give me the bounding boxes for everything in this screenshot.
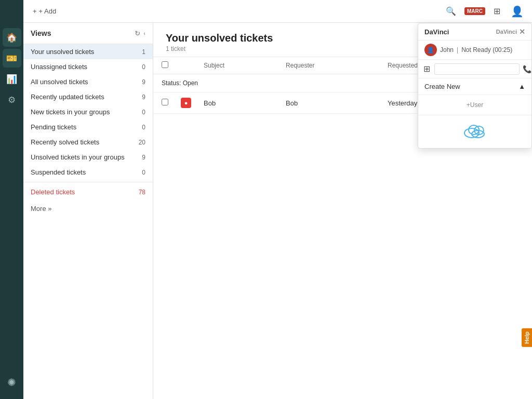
avatar: 👤	[424, 44, 437, 56]
row-checkbox[interactable]	[162, 99, 168, 105]
sidebar-divider	[23, 182, 153, 182]
requester-column-header: Requester	[280, 57, 381, 74]
sidebar-item-recently-solved[interactable]: Recently solved tickets 20	[23, 135, 153, 150]
popup-status-label: Not Ready (00:25)	[461, 46, 512, 54]
sidebar-item-label: Recently updated tickets	[31, 93, 104, 101]
davinci-badge: MARC	[464, 7, 485, 15]
create-new-button[interactable]: Create New ▲	[418, 78, 531, 95]
sidebar-item-deleted[interactable]: Deleted tickets 78	[23, 184, 153, 200]
popup-user-area[interactable]: +User	[418, 95, 531, 115]
sidebar-item-pending[interactable]: Pending tickets 0	[23, 119, 153, 135]
sidebar-item-count: 0	[142, 63, 145, 71]
ticket-status-icon: ●	[181, 98, 191, 108]
sidebar-item-label: Unassigned tickets	[31, 63, 87, 71]
cloud-icon	[462, 122, 487, 142]
sidebar-item-label: Deleted tickets	[31, 188, 75, 196]
sidebar-item-count: 9	[142, 154, 145, 161]
sidebar-item-recently-updated[interactable]: Recently updated tickets 9	[23, 89, 153, 104]
sidebar-item-suspended[interactable]: Suspended tickets 0	[23, 165, 153, 180]
refresh-icon[interactable]: ↻	[135, 30, 140, 37]
search-icon[interactable]: 🔍	[444, 4, 458, 18]
user-label: +User	[467, 101, 483, 109]
sidebar-item-label: Your unsolved tickets	[31, 48, 94, 56]
topbar-right: 🔍 MARC ⊞ 👤	[444, 3, 526, 20]
create-new-label: Create New	[424, 83, 460, 90]
row-status-cell: ●	[175, 92, 197, 114]
sidebar-item-label: Pending tickets	[31, 123, 76, 131]
sidebar-header: Views ↻ ‹	[23, 23, 153, 44]
popup-title: DaVinci	[424, 28, 449, 36]
user-profile-icon[interactable]: 👤	[509, 3, 526, 20]
row-subject-cell: Bob	[197, 92, 280, 114]
select-all-header	[153, 57, 175, 74]
row-requester-cell: Bob	[280, 92, 381, 114]
sidebar-item-all-unsolved[interactable]: All unsolved tickets 9	[23, 74, 153, 89]
sidebar-item-label: Suspended tickets	[31, 168, 86, 176]
add-label: + Add	[39, 7, 57, 15]
select-all-checkbox[interactable]	[162, 61, 168, 68]
popup-separator: |	[457, 46, 458, 54]
more-link[interactable]: More »	[23, 200, 153, 218]
sidebar-item-count: 9	[142, 94, 145, 101]
popup-header: DaVinci DaVinci ✕	[418, 23, 531, 41]
plus-icon: +	[33, 7, 37, 15]
help-button[interactable]: Help	[522, 328, 532, 347]
sidebar-title: Views	[31, 29, 51, 37]
davinci-popup: DaVinci DaVinci ✕ 👤 John | Not Ready (00…	[418, 23, 532, 149]
grid-icon[interactable]: ⊞	[422, 63, 431, 75]
sidebar-item-count: 0	[142, 169, 145, 176]
nav-tickets[interactable]: 🎫	[3, 49, 21, 68]
subject-column-header: Subject	[197, 57, 280, 74]
popup-username: John	[440, 46, 454, 54]
nav-reporting[interactable]: 📊	[3, 70, 21, 88]
sidebar-item-count: 0	[142, 124, 145, 131]
sidebar-header-actions: ↻ ‹	[135, 30, 145, 37]
apps-icon[interactable]: ⊞	[491, 4, 502, 18]
popup-footer	[418, 115, 531, 148]
davinci-button[interactable]: MARC	[464, 7, 485, 15]
status-icon-header	[175, 57, 197, 74]
nav-settings[interactable]: ⚙	[3, 90, 21, 109]
collapse-icon[interactable]: ‹	[143, 30, 145, 36]
nav-home[interactable]: 🏠	[3, 28, 21, 47]
popup-status-row: 👤 John | Not Ready (00:25)	[418, 41, 531, 60]
left-nav: 🏠 🎫 📊 ⚙ ✺	[0, 0, 23, 399]
sidebar-item-count: 0	[142, 109, 145, 116]
popup-toolbar: ⊞ 📞	[418, 60, 531, 78]
sidebar-item-count: 1	[142, 48, 145, 56]
phone-icon[interactable]: 📞	[523, 65, 531, 73]
sidebar-item-count: 20	[139, 139, 145, 146]
popup-search-input[interactable]	[434, 63, 520, 75]
global-topbar: + + Add 🔍 MARC ⊞ 👤	[23, 0, 532, 23]
sidebar-item-label: Recently solved tickets	[31, 138, 99, 146]
sidebar-item-label: All unsolved tickets	[31, 78, 88, 86]
chevron-up-icon: ▲	[518, 83, 525, 90]
sidebar-item-count: 9	[142, 78, 145, 86]
nav-zendesk-logo: ✺	[5, 375, 19, 390]
popup-close-icon[interactable]: ✕	[519, 28, 525, 36]
sidebar-item-label: Unsolved tickets in your groups	[31, 153, 125, 161]
sidebar-item-new-in-groups[interactable]: New tickets in your groups 0	[23, 104, 153, 119]
row-checkbox-cell	[153, 92, 175, 114]
add-button[interactable]: + + Add	[30, 5, 59, 17]
views-sidebar: Views ↻ ‹ Your unsolved tickets 1 Unassi…	[23, 23, 153, 399]
sidebar-item-label: New tickets in your groups	[31, 108, 110, 116]
popup-product-label: DaVinci	[496, 29, 517, 35]
sidebar-item-your-unsolved[interactable]: Your unsolved tickets 1	[23, 44, 153, 59]
sidebar-item-unassigned[interactable]: Unassigned tickets 0	[23, 59, 153, 74]
sidebar-item-unsolved-groups[interactable]: Unsolved tickets in your groups 9	[23, 150, 153, 165]
sidebar-item-count: 78	[139, 189, 145, 196]
